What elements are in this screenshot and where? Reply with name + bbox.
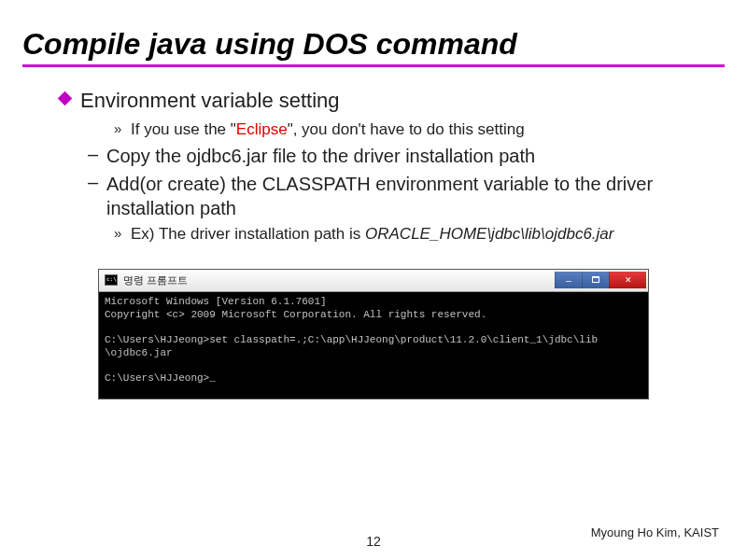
eclipse-note-pre: If you use the " xyxy=(131,120,236,138)
author-footer: Myoung Ho Kim, KAIST xyxy=(591,525,719,539)
example-prefix: Ex) The driver installation path is xyxy=(131,225,365,243)
maximize-button[interactable] xyxy=(582,272,609,288)
terminal-window: 명령 프롬프트 Microsoft Windows [Version 6.1.7… xyxy=(98,269,649,399)
terminal-line-2: Copyright <c> 2009 Microsoft Corporation… xyxy=(105,309,486,320)
terminal-line-5: C:\Users\HJJeong> xyxy=(105,372,209,384)
bullet-env-var-text: Environment variable setting xyxy=(80,89,340,112)
slide-content: Environment variable setting If you use … xyxy=(22,88,725,245)
bullet-eclipse-note: If you use the "Eclipse", you don't have… xyxy=(114,119,697,140)
minimize-button[interactable] xyxy=(555,272,582,288)
bullet-classpath: Add(or create) the CLASSPATH environment… xyxy=(88,172,697,220)
window-controls xyxy=(555,272,646,288)
slide-title: Compile java using DOS command xyxy=(22,28,725,61)
terminal-line-1: Microsoft Windows [Version 6.1.7601] xyxy=(105,296,327,307)
terminal-titlebar: 명령 프롬프트 xyxy=(99,270,648,292)
cmd-icon xyxy=(105,274,118,286)
cursor-icon: _ xyxy=(209,372,216,384)
terminal-line-3: C:\Users\HJJeong>set classpath=.;C:\app\… xyxy=(105,334,598,345)
bullet-env-var: Environment variable setting xyxy=(60,88,697,114)
bullet-copy-jar: Copy the ojdbc6.jar file to the driver i… xyxy=(88,144,697,168)
terminal-line-4: \ojdbc6.jar xyxy=(105,347,173,358)
diamond-icon xyxy=(58,91,73,106)
close-button[interactable] xyxy=(609,272,646,288)
eclipse-note-post: ", you don't have to do this setting xyxy=(288,120,525,138)
terminal-body: Microsoft Windows [Version 6.1.7601] Cop… xyxy=(99,292,648,399)
eclipse-highlight: Eclipse xyxy=(236,120,288,138)
example-path: ORACLE_HOME\jdbc\lib\ojdbc6.jar xyxy=(365,225,613,243)
terminal-title: 명령 프롬프트 xyxy=(123,273,188,287)
title-underline xyxy=(22,64,725,67)
bullet-example-path: Ex) The driver installation path is ORAC… xyxy=(114,224,697,245)
